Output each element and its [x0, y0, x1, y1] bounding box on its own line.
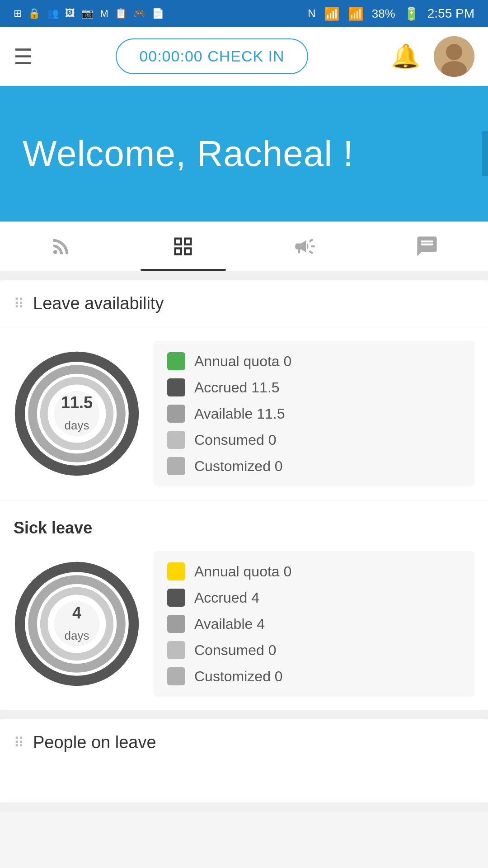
legend-label-accrued: Accrued 11.5 — [194, 379, 280, 396]
tab-messages[interactable] — [366, 222, 488, 271]
wifi-icon: 📶 — [324, 6, 340, 21]
tab-dashboard[interactable] — [122, 222, 244, 271]
app-icons: ⊞ 🔒 👥 🖼 📷 M 📋 🎮 📄 — [14, 8, 166, 19]
people-on-leave-card: ⠿ People on leave — [0, 719, 488, 802]
svg-point-1 — [446, 44, 462, 60]
legend-label-sick-accrued: Accrued 4 — [194, 590, 259, 606]
drag-handle-icon: ⠿ — [14, 297, 24, 311]
notification-bell-icon[interactable]: 🔔 — [391, 42, 420, 70]
legend-label-customized: Customized 0 — [194, 458, 283, 475]
sick-leave-row: 4 days Annual quota 0 Accrued 4 — [14, 551, 474, 697]
legend-color-available — [167, 405, 185, 423]
leave-availability-title: Leave availability — [33, 294, 164, 313]
status-bar: ⊞ 🔒 👥 🖼 📷 M 📋 🎮 📄 N 📶 📶 38% 🔋 2:55 PM — [0, 0, 488, 27]
legend-color-sick-available — [167, 615, 185, 633]
annual-leave-row: 11.5 days Annual quota 0 Accrued 11.5 — [14, 341, 474, 486]
legend-item-annual-quota: Annual quota 0 — [167, 352, 461, 370]
drag-handle-people-icon: ⠿ — [14, 736, 24, 750]
scroll-tab-indicator — [482, 131, 488, 176]
sick-leave-center: 4 days — [65, 603, 89, 645]
legend-label-sick-customized: Customized 0 — [194, 668, 283, 685]
people-on-leave-title: People on leave — [33, 733, 156, 752]
legend-color-sick-consumed — [167, 641, 185, 659]
app-header: ☰ 00:00:00 CHECK IN 🔔 — [0, 27, 488, 86]
legend-label-consumed: Consumed 0 — [194, 432, 276, 448]
legend-item-sick-annual-quota: Annual quota 0 — [167, 562, 461, 580]
legend-label-sick-annual-quota: Annual quota 0 — [194, 563, 291, 580]
sick-leave-section: Sick leave 4 days — [0, 500, 488, 710]
welcome-heading: Welcome, Racheal ! — [23, 133, 353, 175]
legend-item-consumed: Consumed 0 — [167, 431, 461, 449]
legend-label-sick-consumed: Consumed 0 — [194, 642, 276, 659]
legend-color-sick-accrued — [167, 589, 185, 607]
legend-item-accrued: Accrued 11.5 — [167, 378, 461, 396]
legend-color-consumed — [167, 431, 185, 449]
header-right: 🔔 — [391, 36, 474, 77]
annual-leave-legend: Annual quota 0 Accrued 11.5 Available 11… — [154, 341, 474, 486]
main-content: ⠿ Leave availability — [0, 271, 488, 811]
menu-button[interactable]: ☰ — [14, 44, 33, 69]
status-icons-left: ⊞ 🔒 👥 🖼 📷 M 📋 🎮 📄 — [14, 8, 166, 19]
annual-leave-chart: 11.5 days — [14, 350, 140, 477]
legend-item-sick-available: Available 4 — [167, 615, 461, 633]
annual-leave-section: 11.5 days Annual quota 0 Accrued 11.5 — [0, 327, 488, 500]
legend-label-sick-available: Available 4 — [194, 616, 265, 632]
legend-color-sick-annual-quota — [167, 562, 185, 580]
battery-text: 38% — [372, 7, 395, 21]
leave-availability-header: ⠿ Leave availability — [0, 280, 488, 327]
tab-announcements[interactable] — [244, 222, 366, 271]
user-avatar[interactable] — [434, 36, 474, 77]
legend-color-customized — [167, 457, 185, 475]
battery-icon: 🔋 — [404, 6, 419, 21]
signal-icon: 📶 — [348, 6, 364, 21]
people-on-leave-body — [0, 766, 488, 802]
nfc-icon: N — [308, 7, 315, 20]
legend-color-annual-quota — [167, 352, 185, 370]
legend-color-sick-customized — [167, 667, 185, 685]
legend-label-available: Available 11.5 — [194, 406, 285, 422]
sick-leave-chart: 4 days — [14, 561, 140, 687]
annual-leave-center: 11.5 days — [61, 392, 93, 435]
legend-color-accrued — [167, 378, 185, 396]
legend-item-available: Available 11.5 — [167, 405, 461, 423]
legend-item-sick-customized: Customized 0 — [167, 667, 461, 685]
welcome-banner: Welcome, Racheal ! — [0, 86, 488, 222]
people-on-leave-header: ⠿ People on leave — [0, 719, 488, 766]
leave-availability-card: ⠿ Leave availability — [0, 280, 488, 710]
sick-leave-legend: Annual quota 0 Accrued 4 Available 4 Con… — [154, 551, 474, 697]
navigation-tabs — [0, 222, 488, 271]
legend-label-annual-quota: Annual quota 0 — [194, 353, 291, 370]
tab-feed[interactable] — [0, 222, 122, 271]
legend-item-customized: Customized 0 — [167, 457, 461, 475]
check-in-button[interactable]: 00:00:00 CHECK IN — [116, 38, 308, 74]
time-display: 2:55 PM — [427, 6, 474, 21]
status-icons-right: N 📶 📶 38% 🔋 2:55 PM — [308, 6, 474, 21]
legend-item-sick-consumed: Consumed 0 — [167, 641, 461, 659]
legend-item-sick-accrued: Accrued 4 — [167, 589, 461, 607]
sick-leave-label: Sick leave — [14, 519, 474, 538]
